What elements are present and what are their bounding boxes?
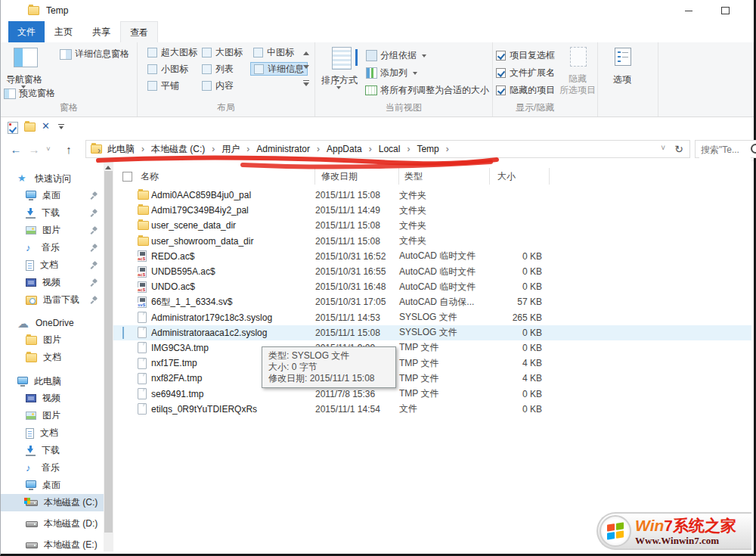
sidebar-item-pc-documents[interactable]: 文档: [1, 424, 104, 442]
breadcrumb-this-pc[interactable]: 此电脑: [102, 143, 146, 156]
table-row[interactable]: UNDB595A.ac$2015/10/31 16:55AutoCAD 临时文件…: [113, 264, 751, 279]
table-row[interactable]: 66型_1_1_6334.sv$2015/10/31 17:05AutoCAD …: [113, 294, 751, 309]
sidebar-item-pc-downloads[interactable]: 下载: [1, 442, 104, 459]
sidebar-item-onedrive[interactable]: OneDrive: [1, 315, 104, 331]
size-all-columns-button[interactable]: 将所有列调整为合适的大小: [365, 84, 489, 97]
view-option-medium-icons[interactable]: 中图标: [250, 45, 297, 59]
view-option-details-selected[interactable]: 详细信息: [250, 62, 308, 76]
sidebar-item-desktop[interactable]: 桌面: [1, 187, 104, 204]
breadcrumb-local[interactable]: Local: [373, 144, 412, 154]
view-option-large-icons[interactable]: 大图标: [199, 45, 246, 59]
tab-file[interactable]: 文件: [8, 21, 45, 42]
table-row[interactable]: nxf17E.tmpTMP 文件4 KB: [113, 356, 751, 371]
maximize-button[interactable]: [708, 0, 742, 21]
file-extensions-checkbox[interactable]: 文件扩展名: [496, 67, 555, 79]
sidebar-item-music[interactable]: 音乐: [1, 239, 104, 256]
sidebar-item-downloads[interactable]: 下载: [1, 204, 104, 222]
sidebar-item-local-disk-e[interactable]: 本地磁盘 (E:): [1, 536, 104, 551]
table-row[interactable]: user_scene_data_dir2015/11/1 15:08文件夹: [113, 218, 751, 233]
table-row[interactable]: nxf82FA.tmpTMP 文件4 KB: [113, 371, 751, 386]
sidebar-item-onedrive-pictures[interactable]: 图片: [1, 331, 104, 349]
view-option-small-icons[interactable]: 小图标: [144, 62, 191, 76]
sort-by-button[interactable]: 排序方式: [317, 74, 362, 87]
view-option-extra-large-icons[interactable]: 超大图标: [144, 45, 200, 59]
sidebar-scrollbar[interactable]: [104, 160, 113, 551]
row-checkbox[interactable]: [122, 327, 124, 339]
options-icon[interactable]: [615, 48, 631, 66]
table-row-hovered[interactable]: Administratoraaca1c2.syslog2015/11/1 15:…: [113, 325, 751, 340]
table-row[interactable]: se69491.tmp2011/7/8 15:36TMP 文件0 KB: [113, 386, 751, 401]
properties-icon[interactable]: [8, 122, 18, 134]
refresh-icon[interactable]: ↻: [674, 143, 683, 155]
breadcrumb-appdata[interactable]: AppData: [321, 144, 373, 154]
view-option-tiles[interactable]: 平铺: [144, 79, 182, 92]
recent-locations-dropdown[interactable]: ˅: [43, 140, 54, 158]
more-options-icon: [303, 80, 309, 89]
options-button[interactable]: 选项: [601, 73, 643, 86]
tab-home[interactable]: 主页: [46, 21, 81, 42]
new-folder-icon[interactable]: [24, 123, 36, 132]
details-pane-button[interactable]: 详细信息窗格: [60, 48, 129, 61]
navigation-pane-icon[interactable]: [14, 48, 38, 67]
add-columns-button[interactable]: 添加列: [366, 67, 417, 79]
table-row[interactable]: REDO.ac$2015/10/31 16:52AutoCAD 临时文件0 KB: [113, 249, 751, 264]
table-row[interactable]: user_showroom_data_dir2015/11/1 15:08文件夹: [113, 234, 751, 249]
address-box[interactable]: 此电脑 本地磁盘 (C:) 用户 Administrator AppData L…: [85, 140, 690, 158]
scrollbar-thumb[interactable]: [104, 171, 113, 533]
sidebar-item-videos[interactable]: 视频: [1, 274, 104, 291]
table-row[interactable]: Admi179C349B4iy2_pal2015/11/1 14:49文件夹: [113, 203, 751, 218]
sidebar-item-pc-pictures[interactable]: 图片: [1, 407, 104, 424]
breadcrumb-users[interactable]: 用户: [216, 143, 251, 156]
select-all-checkbox[interactable]: [122, 168, 138, 185]
hide-selected-button-line2[interactable]: 所选项目: [559, 84, 596, 97]
column-header-name[interactable]: 名称: [138, 168, 315, 185]
tab-view-active[interactable]: 查看: [120, 21, 158, 43]
minimize-button[interactable]: [672, 0, 705, 21]
sidebar-item-documents[interactable]: 文档: [1, 256, 104, 274]
sidebar-item-pc-music[interactable]: 音乐: [1, 459, 104, 477]
sidebar-item-this-pc[interactable]: 此电脑: [1, 373, 104, 390]
item-checkboxes-checkbox[interactable]: 项目复选框: [496, 49, 555, 62]
group-by-button[interactable]: 分组依据: [366, 49, 426, 62]
layout-scroll-up-button[interactable]: [301, 45, 311, 57]
up-button[interactable]: ↑: [60, 140, 78, 158]
chevron-down-icon[interactable]: [336, 86, 341, 92]
table-row[interactable]: IMG9C3A.tmp2015/11/1 9:09TMP 文件0 KB: [113, 340, 751, 356]
table-row[interactable]: etilqs_0R9tYuTDIERQxRs2015/11/1 14:54文件0…: [113, 402, 751, 417]
sort-by-icon[interactable]: [332, 47, 352, 70]
column-header-type[interactable]: 类型: [399, 168, 490, 185]
scroll-up-icon[interactable]: [105, 163, 111, 169]
sidebar-item-local-disk-c-selected[interactable]: 本地磁盘 (C:): [1, 494, 104, 511]
sidebar-item-quick-access[interactable]: 快速访问: [1, 170, 104, 187]
back-button[interactable]: ←: [7, 140, 25, 158]
sidebar-item-onedrive-documents[interactable]: 文档: [1, 349, 104, 366]
layout-more-button[interactable]: [301, 79, 311, 91]
tab-share[interactable]: 共享: [84, 21, 119, 42]
address-dropdown-icon[interactable]: ˅: [661, 144, 665, 152]
hidden-items-checkbox[interactable]: 隐藏的项目: [496, 84, 555, 97]
forward-button[interactable]: →: [25, 140, 43, 158]
column-header-size[interactable]: 大小: [490, 168, 550, 185]
sidebar-item-local-disk-d[interactable]: 本地磁盘 (D:): [1, 515, 104, 533]
view-option-list[interactable]: 列表: [199, 62, 237, 76]
breadcrumb-administrator[interactable]: Administrator: [251, 144, 321, 154]
breadcrumb-temp[interactable]: Temp: [411, 144, 450, 154]
layout-scroll-down-button[interactable]: [301, 62, 311, 74]
sidebar-item-thunder-downloads[interactable]: 迅雷下载: [1, 291, 104, 309]
delete-icon[interactable]: [42, 121, 51, 132]
table-row[interactable]: Admi0AAC859B4ju0_pal2015/11/1 15:08文件夹: [113, 188, 751, 203]
hide-selected-icon[interactable]: [570, 47, 587, 67]
table-row[interactable]: Administrator179c18c3.syslog2015/11/1 14…: [113, 310, 751, 325]
customize-toolbar-icon[interactable]: [58, 124, 64, 132]
pin-icon: [91, 210, 98, 216]
sidebar-item-pc-desktop[interactable]: 桌面: [1, 477, 104, 494]
sidebar-item-pictures[interactable]: 图片: [1, 222, 104, 239]
navigation-pane-button[interactable]: 导航窗格: [1, 73, 48, 86]
column-header-date-modified[interactable]: 修改日期: [315, 168, 399, 185]
preview-pane-button[interactable]: 预览窗格: [4, 87, 55, 100]
view-option-content[interactable]: 内容: [199, 79, 237, 92]
search-input[interactable]: [699, 141, 751, 158]
sidebar-item-pc-videos[interactable]: 视频: [1, 390, 104, 407]
breadcrumb-local-disk-c[interactable]: 本地磁盘 (C:): [146, 143, 216, 156]
table-row[interactable]: UNDO.ac$2015/10/31 16:48AutoCAD 临时文件0 KB: [113, 279, 751, 294]
